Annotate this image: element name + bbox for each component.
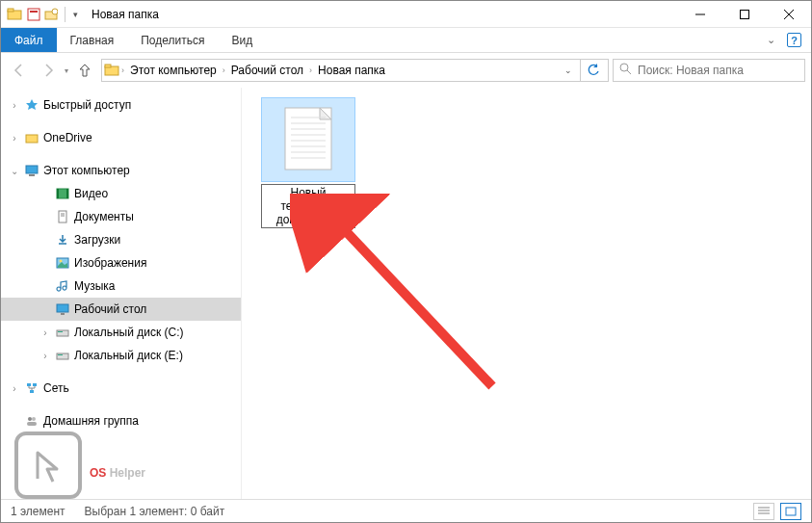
svg-line-48 bbox=[328, 213, 492, 386]
sidebar-item-music[interactable]: Музыка bbox=[1, 275, 241, 298]
sidebar-label: OneDrive bbox=[43, 131, 92, 144]
sidebar-label: Локальный диск (E:) bbox=[74, 349, 183, 362]
svg-rect-30 bbox=[57, 353, 68, 359]
expand-icon[interactable]: › bbox=[9, 133, 20, 144]
sidebar-item-onedrive[interactable]: › OneDrive bbox=[1, 126, 241, 149]
ribbon-right: ⌄ ? bbox=[767, 28, 811, 52]
sidebar-item-desktop[interactable]: Рабочий стол bbox=[1, 298, 241, 321]
svg-rect-34 bbox=[30, 390, 34, 393]
qat-properties-icon[interactable] bbox=[26, 7, 41, 22]
svg-point-35 bbox=[28, 417, 32, 421]
quick-access-toolbar: ▾ bbox=[26, 7, 80, 22]
svg-rect-1 bbox=[8, 9, 13, 12]
expand-icon[interactable]: › bbox=[39, 327, 51, 338]
nav-up-button[interactable] bbox=[72, 58, 97, 83]
sidebar-label: Загрузки bbox=[74, 233, 120, 247]
breadcrumb-desktop[interactable]: Рабочий стол bbox=[227, 64, 307, 77]
file-name-editor[interactable]: Новый текстовый документ.txt bbox=[261, 184, 355, 228]
tab-home[interactable]: Главная bbox=[57, 28, 128, 52]
refresh-button[interactable] bbox=[580, 60, 606, 81]
chevron-right-icon[interactable]: › bbox=[223, 65, 225, 75]
search-icon bbox=[619, 63, 632, 78]
nav-forward-button[interactable] bbox=[36, 58, 61, 83]
qat-separator bbox=[65, 7, 65, 22]
minimize-button[interactable] bbox=[678, 1, 722, 28]
svg-rect-52 bbox=[786, 508, 796, 515]
sidebar-item-this-pc[interactable]: ⌄ Этот компьютер bbox=[1, 159, 241, 182]
svg-rect-11 bbox=[105, 65, 111, 67]
expand-icon[interactable]: › bbox=[9, 383, 20, 394]
folder-icon bbox=[24, 130, 39, 145]
ribbon-help-button[interactable]: ? bbox=[787, 33, 801, 47]
sidebar-label: Этот компьютер bbox=[43, 164, 130, 177]
sidebar-item-quick-access[interactable]: › Быстрый доступ bbox=[1, 93, 241, 117]
svg-point-12 bbox=[620, 64, 628, 71]
tab-file[interactable]: Файл bbox=[1, 28, 57, 52]
content-pane[interactable]: Новый текстовый документ.txt bbox=[242, 88, 811, 499]
svg-rect-33 bbox=[33, 383, 37, 386]
breadcrumb-this-pc[interactable]: Этот компьютер bbox=[126, 64, 221, 77]
chevron-right-icon[interactable]: › bbox=[121, 65, 124, 75]
chevron-right-icon[interactable]: › bbox=[309, 65, 312, 75]
sidebar-item-pictures[interactable]: Изображения bbox=[1, 251, 241, 275]
sidebar-item-disk-e[interactable]: › Локальный диск (E:) bbox=[1, 344, 241, 367]
svg-rect-29 bbox=[58, 331, 63, 332]
view-details-button[interactable] bbox=[753, 503, 774, 520]
file-item[interactable]: Новый текстовый документ.txt bbox=[261, 97, 355, 228]
tab-view[interactable]: Вид bbox=[218, 28, 266, 52]
address-right: ⌄ bbox=[559, 60, 606, 81]
sidebar-label: Локальный диск (C:) bbox=[74, 326, 184, 339]
ribbon-tabs: Файл Главная Поделиться Вид ⌄ ? bbox=[1, 28, 811, 53]
svg-point-5 bbox=[52, 9, 58, 14]
sidebar-item-network[interactable]: › Сеть bbox=[1, 377, 241, 400]
picture-icon bbox=[55, 255, 70, 271]
sidebar-item-downloads[interactable]: Загрузки bbox=[1, 228, 241, 251]
nav-history-dropdown[interactable]: ▾ bbox=[65, 66, 68, 75]
ribbon-expand-icon[interactable]: ⌄ bbox=[767, 34, 775, 46]
sidebar-label: Сеть bbox=[43, 381, 69, 395]
titlebar-left: ▾ Новая папка bbox=[1, 7, 159, 22]
network-icon bbox=[24, 380, 39, 396]
sidebar-item-documents[interactable]: Документы bbox=[1, 205, 241, 228]
svg-rect-20 bbox=[59, 211, 66, 222]
tab-share[interactable]: Поделиться bbox=[127, 28, 218, 52]
status-selection: Выбран 1 элемент: 0 байт bbox=[85, 505, 225, 518]
sidebar-item-homegroup[interactable]: Домашняя группа bbox=[1, 409, 241, 432]
svg-rect-16 bbox=[29, 174, 35, 176]
sidebar-item-videos[interactable]: Видео bbox=[1, 182, 241, 205]
body: › Быстрый доступ › OneDrive ⌄ Этот компь… bbox=[1, 88, 811, 499]
expand-icon[interactable]: › bbox=[39, 351, 51, 361]
document-icon bbox=[55, 209, 70, 224]
qat-newfolder-icon[interactable] bbox=[43, 7, 59, 22]
svg-rect-32 bbox=[27, 383, 31, 386]
svg-rect-19 bbox=[66, 189, 68, 198]
search-input[interactable] bbox=[638, 64, 799, 77]
maximize-button[interactable] bbox=[722, 1, 767, 28]
svg-rect-7 bbox=[741, 10, 749, 18]
window-controls bbox=[678, 1, 811, 28]
explorer-window: ▾ Новая папка Файл Главная Поделиться Ви… bbox=[0, 0, 812, 523]
svg-rect-2 bbox=[28, 9, 39, 20]
svg-point-36 bbox=[32, 417, 36, 421]
sidebar-label: Видео bbox=[74, 187, 108, 200]
expand-icon[interactable]: › bbox=[9, 100, 20, 111]
file-name-base: Новый текстовый документ. bbox=[276, 186, 336, 226]
address-bar[interactable]: › Этот компьютер › Рабочий стол › Новая … bbox=[101, 59, 609, 82]
sidebar-label: Рабочий стол bbox=[74, 302, 146, 316]
folder-icon bbox=[7, 7, 22, 22]
nav-back-button[interactable] bbox=[7, 58, 32, 83]
breadcrumb-current[interactable]: Новая папка bbox=[314, 64, 389, 77]
address-dropdown-icon[interactable]: ⌄ bbox=[559, 65, 578, 75]
view-icons-button[interactable] bbox=[780, 503, 801, 520]
svg-line-13 bbox=[627, 70, 631, 74]
search-box[interactable] bbox=[613, 59, 805, 82]
qat-customize-dropdown[interactable]: ▾ bbox=[71, 10, 80, 19]
address-folder-icon bbox=[104, 63, 119, 78]
svg-rect-3 bbox=[30, 11, 38, 13]
svg-rect-26 bbox=[57, 304, 68, 312]
collapse-icon[interactable]: ⌄ bbox=[9, 166, 20, 176]
music-icon bbox=[55, 278, 70, 294]
sidebar-item-disk-c[interactable]: › Локальный диск (C:) bbox=[1, 321, 241, 344]
status-item-count: 1 элемент bbox=[11, 505, 65, 518]
close-button[interactable] bbox=[767, 1, 811, 28]
